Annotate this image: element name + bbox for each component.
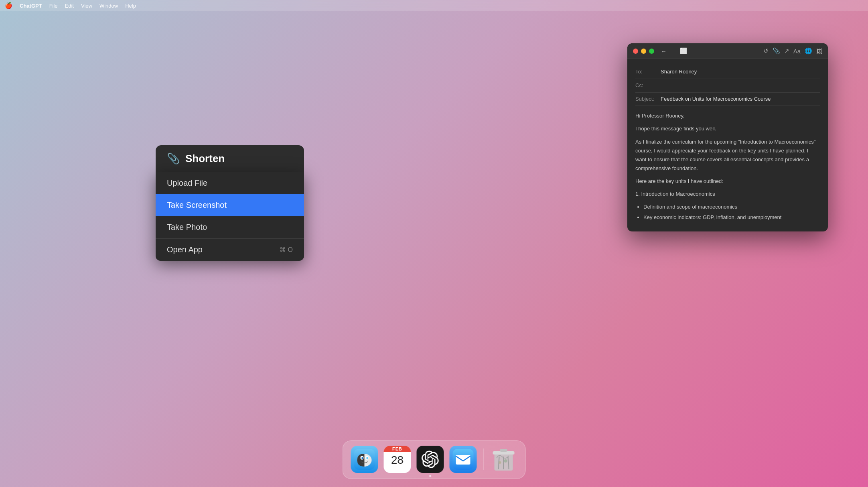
share-icon[interactable]: ↗ xyxy=(784,47,789,55)
shorten-popup: 📎 Shorten Upload File Take Screenshot Ta… xyxy=(156,145,304,261)
subject-value[interactable]: Feedback on Units for Macroeconomics Cou… xyxy=(661,95,771,103)
apple-menu[interactable]: 🍎 xyxy=(5,2,12,9)
menu-bar: 🍎 ChatGPT File Edit View Window Help xyxy=(0,0,868,11)
menu-file[interactable]: File xyxy=(49,3,58,9)
unit1-bullet-1: Definition and scope of macroeconomics xyxy=(643,203,820,211)
svg-rect-10 xyxy=(500,449,507,452)
mail-to-field: To: Sharon Rooney xyxy=(635,65,820,79)
menu-edit[interactable]: Edit xyxy=(65,3,74,9)
photo-icon[interactable]: 🖼 xyxy=(816,48,822,55)
mail-icon-svg xyxy=(453,449,474,470)
dock: FEB 28 xyxy=(343,440,526,479)
shorten-menu: Upload File Take Screenshot Take Photo O… xyxy=(156,172,304,261)
svg-rect-9 xyxy=(493,451,515,455)
mail-content: To: Sharon Rooney Cc: Subject: Feedback … xyxy=(627,59,828,231)
svg-point-14 xyxy=(504,459,507,463)
forward-icon[interactable]: — xyxy=(670,48,676,55)
unit1-bullets: Definition and scope of macroeconomics K… xyxy=(643,203,820,222)
to-value[interactable]: Sharon Rooney xyxy=(661,68,697,76)
subject-label: Subject: xyxy=(635,95,657,103)
menu-item-take-screenshot[interactable]: Take Screenshot xyxy=(156,194,304,216)
dock-item-mail[interactable] xyxy=(449,445,478,474)
globe-icon[interactable]: 🌐 xyxy=(805,47,812,55)
mail-cc-field: Cc: xyxy=(635,79,820,93)
clip-icon: 📎 xyxy=(167,152,180,165)
unit1-title: 1. Introduction to Macroeconomics xyxy=(635,190,820,199)
format-icon[interactable]: ⬜ xyxy=(680,47,688,55)
mail-toolbar: ← — ⬜ ↺ 📎 ↗ Aa 🌐 🖼 xyxy=(627,43,828,59)
calendar-icon: FEB 28 xyxy=(384,446,411,473)
chatgpt-logo-svg xyxy=(422,450,439,468)
body-line3: Here are the key units I have outlined: xyxy=(635,177,820,186)
mail-compose-window: ← — ⬜ ↺ 📎 ↗ Aa 🌐 🖼 To: Sharon Rooney Cc:… xyxy=(627,43,828,231)
svg-point-4 xyxy=(362,457,363,459)
calendar-date: 28 xyxy=(391,454,404,467)
body-line1: I hope this message finds you well. xyxy=(635,124,820,133)
dock-item-calendar[interactable]: FEB 28 xyxy=(383,445,412,474)
mail-body: Hi Professor Rooney, I hope this message… xyxy=(635,106,820,222)
take-photo-label: Take Photo xyxy=(167,223,207,232)
trash-icon-svg xyxy=(491,446,516,473)
minimize-button[interactable] xyxy=(641,49,646,54)
menu-window[interactable]: Window xyxy=(99,3,118,9)
mail-icon xyxy=(450,446,477,473)
dock-item-chatgpt[interactable] xyxy=(416,445,445,474)
open-app-label: Open App xyxy=(167,245,203,254)
traffic-lights xyxy=(633,49,654,54)
finder-icon-svg xyxy=(354,449,375,470)
open-app-shortcut: ⌘ O xyxy=(280,246,293,254)
font-icon[interactable]: Aa xyxy=(793,48,801,55)
shorten-header: 📎 Shorten xyxy=(156,145,304,172)
upload-file-label: Upload File xyxy=(167,179,207,188)
menu-item-take-photo[interactable]: Take Photo xyxy=(156,216,304,238)
dock-separator xyxy=(483,448,484,470)
svg-point-5 xyxy=(367,457,368,459)
calendar-month: FEB xyxy=(384,446,411,452)
cc-label: Cc: xyxy=(635,81,657,90)
dock-item-trash[interactable] xyxy=(489,445,518,474)
dock-item-finder[interactable] xyxy=(350,445,379,474)
svg-rect-7 xyxy=(456,455,471,465)
mail-subject-field: Subject: Feedback on Units for Macroecon… xyxy=(635,93,820,106)
finder-icon xyxy=(351,446,378,473)
trash-icon xyxy=(490,446,517,473)
back-icon[interactable]: ← xyxy=(661,48,667,55)
shorten-title: Shorten xyxy=(185,152,225,165)
svg-point-15 xyxy=(499,461,501,464)
maximize-button[interactable] xyxy=(649,49,654,54)
menu-view[interactable]: View xyxy=(81,3,92,9)
to-label: To: xyxy=(635,68,657,76)
menu-help[interactable]: Help xyxy=(125,3,136,9)
chatgpt-icon xyxy=(417,446,444,473)
body-line2: As I finalize the curriculum for the upc… xyxy=(635,138,820,173)
toolbar-nav-group: ← — xyxy=(661,48,676,55)
chatgpt-dock-dot xyxy=(429,475,431,477)
app-name[interactable]: ChatGPT xyxy=(20,3,42,9)
attachment-icon[interactable]: 📎 xyxy=(773,47,780,55)
unit1-bullet-2: Key economic indicators: GDP, inflation,… xyxy=(643,213,820,222)
menu-item-upload-file[interactable]: Upload File xyxy=(156,172,304,194)
take-screenshot-label: Take Screenshot xyxy=(167,201,227,210)
menu-item-open-app[interactable]: Open App ⌘ O xyxy=(156,239,304,261)
close-button[interactable] xyxy=(633,49,638,54)
reply-icon[interactable]: ↺ xyxy=(763,47,769,55)
body-greeting: Hi Professor Rooney, xyxy=(635,112,820,120)
